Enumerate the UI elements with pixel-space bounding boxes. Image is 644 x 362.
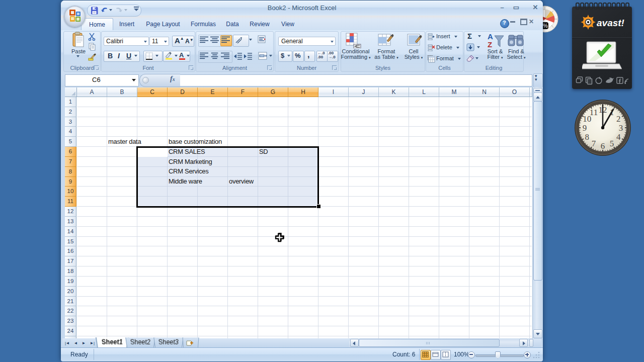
svg-text:7: 7 xyxy=(592,139,596,148)
svg-text:4: 4 xyxy=(616,132,621,142)
svg-text:%: % xyxy=(543,23,548,29)
svg-text:9: 9 xyxy=(583,123,587,133)
svg-text:Z: Z xyxy=(488,40,492,49)
svg-text:A: A xyxy=(488,32,493,41)
svg-text:avast!: avast! xyxy=(597,18,624,28)
svg-text:5: 5 xyxy=(610,139,614,148)
svg-text:8: 8 xyxy=(585,132,590,142)
svg-text:11: 11 xyxy=(590,108,598,117)
svg-text:3: 3 xyxy=(619,123,623,133)
svg-text:6: 6 xyxy=(601,141,605,151)
svg-text:2: 2 xyxy=(616,114,621,124)
